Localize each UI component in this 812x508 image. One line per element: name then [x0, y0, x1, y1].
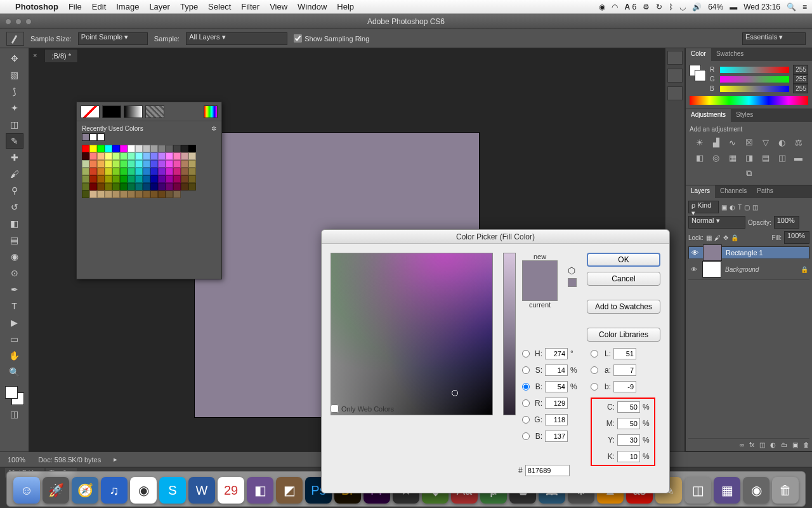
m-input[interactable] [617, 418, 640, 429]
spectrum-picker[interactable] [690, 96, 808, 105]
lock-pixel-icon[interactable]: 🖌 [714, 234, 721, 241]
y-input[interactable] [617, 434, 640, 446]
recent-swatch[interactable] [89, 133, 97, 141]
b-slider[interactable] [720, 86, 789, 92]
swatch-cell[interactable] [89, 190, 97, 198]
swatch-cell[interactable] [82, 145, 89, 152]
swatch-cell[interactable] [97, 168, 105, 175]
filter-shape-icon[interactable]: ▢ [744, 204, 750, 211]
swatch-cell[interactable] [89, 168, 97, 175]
swatch-cell[interactable] [97, 183, 105, 190]
swatch-cell[interactable] [120, 152, 128, 160]
dock-trash-icon[interactable]: 🗑 [772, 477, 799, 504]
layer-name[interactable]: Background [725, 266, 759, 273]
menu-image[interactable]: Image [116, 2, 139, 11]
swatch-cell[interactable] [188, 160, 196, 168]
new-group-icon[interactable]: 🗀 [781, 441, 787, 448]
menu-type[interactable]: Type [180, 2, 198, 11]
b-input[interactable] [545, 431, 568, 442]
tab-layers[interactable]: Layers [686, 185, 715, 198]
swatch-cell[interactable] [173, 168, 181, 175]
swatch-cell[interactable] [188, 145, 196, 152]
colorbal-icon[interactable]: ⚖ [793, 138, 804, 148]
swatch-cell[interactable] [135, 168, 143, 175]
swatch-cell[interactable] [128, 183, 135, 190]
dock-safari-icon[interactable]: 🧭 [72, 477, 98, 504]
new-adjustment-icon[interactable]: ◐ [770, 441, 776, 448]
swatch-cell[interactable] [188, 152, 196, 160]
dock-app7-icon[interactable]: ◉ [743, 477, 769, 504]
swatch-cell[interactable] [112, 160, 120, 168]
battery-icon[interactable]: ▬ [730, 3, 737, 11]
websafe-color-icon[interactable] [568, 278, 577, 287]
swatch-cell[interactable] [173, 160, 181, 168]
lock-all-icon[interactable]: 🔒 [731, 234, 738, 241]
type-tool-icon[interactable]: T [6, 298, 23, 314]
tab-swatches[interactable]: Swatches [711, 48, 749, 61]
bw-icon[interactable]: ◧ [694, 153, 705, 163]
sample-select[interactable]: All Layers ▾ [186, 32, 287, 45]
r-input[interactable] [545, 398, 568, 409]
spotlight-icon[interactable]: 🔍 [787, 3, 796, 11]
rgb-g-radio[interactable] [522, 414, 530, 425]
swatch-cell[interactable] [166, 152, 173, 160]
swatch-cell[interactable] [158, 160, 166, 168]
layer-filter-kind[interactable]: ρ Kind ▾ [688, 201, 719, 213]
swatch-cell[interactable] [128, 175, 135, 183]
swatch-cell[interactable] [166, 145, 173, 152]
filter-adjust-icon[interactable]: ◐ [730, 204, 735, 211]
swatch-cell[interactable] [150, 152, 158, 160]
swatch-cell[interactable] [158, 152, 166, 160]
add-to-swatches-button[interactable]: Add to Swatches [587, 300, 660, 314]
swatch-cell[interactable] [181, 175, 188, 183]
wifi-icon[interactable]: ◡ [679, 3, 686, 11]
filter-smart-icon[interactable]: ◫ [752, 204, 758, 211]
hex-input[interactable] [525, 465, 570, 476]
clock[interactable]: Wed 23:16 [743, 3, 780, 11]
swatch-cell[interactable] [105, 168, 112, 175]
bv-input[interactable] [545, 381, 568, 392]
swatch-cell[interactable] [150, 183, 158, 190]
s-input[interactable] [545, 364, 568, 376]
swatch-cell[interactable] [82, 160, 89, 168]
swatch-cell[interactable] [135, 175, 143, 183]
swatch-cell[interactable] [120, 190, 128, 198]
swatch-cell[interactable] [97, 175, 105, 183]
swatch-cell[interactable] [143, 183, 150, 190]
dodge-tool-icon[interactable]: ⊙ [6, 265, 23, 281]
swatch-cell[interactable] [158, 175, 166, 183]
zoom-tool-icon[interactable]: 🔍 [6, 364, 23, 380]
swatch-cell[interactable] [82, 183, 89, 190]
dock-app1-icon[interactable]: ◧ [247, 477, 273, 504]
stamp-tool-icon[interactable]: ⚲ [6, 183, 23, 198]
swatch-cell[interactable] [105, 145, 112, 152]
swatch-grid[interactable] [77, 145, 204, 198]
swatch-cell[interactable] [97, 145, 105, 152]
notifications-icon[interactable]: ≡ [802, 3, 807, 11]
visibility-icon[interactable]: 👁 [690, 249, 699, 257]
history-brush-icon[interactable]: ↺ [6, 199, 23, 215]
swatches-options-icon[interactable]: ✲ [211, 125, 216, 132]
menu-filter[interactable]: Filter [241, 2, 259, 11]
fill-input[interactable]: 100% [784, 231, 809, 244]
swatch-cell[interactable] [150, 168, 158, 175]
tab-styles[interactable]: Styles [731, 109, 758, 122]
vibrance-icon[interactable]: ▽ [760, 138, 771, 148]
swatch-cell[interactable] [135, 152, 143, 160]
swatch-cell[interactable] [105, 183, 112, 190]
swatch-cell[interactable] [143, 168, 150, 175]
doc-info-arrow-icon[interactable]: ▸ [114, 455, 117, 464]
path-select-icon[interactable]: ▶ [6, 315, 23, 330]
quickmask-icon[interactable]: ◫ [6, 406, 23, 422]
bluetooth-icon[interactable]: ᛒ [669, 3, 673, 11]
swatch-cell[interactable] [105, 152, 112, 160]
foreground-background-colors[interactable] [5, 386, 24, 405]
recent-swatch[interactable] [82, 133, 89, 141]
swatch-cell[interactable] [173, 175, 181, 183]
layer-fx-icon[interactable]: fx [749, 441, 754, 448]
hsb-h-radio[interactable] [522, 348, 530, 359]
swatch-cell[interactable] [150, 175, 158, 183]
swatch-cell[interactable] [128, 160, 135, 168]
new-layer-icon[interactable]: ▣ [792, 441, 798, 448]
swatch-cell[interactable] [181, 168, 188, 175]
